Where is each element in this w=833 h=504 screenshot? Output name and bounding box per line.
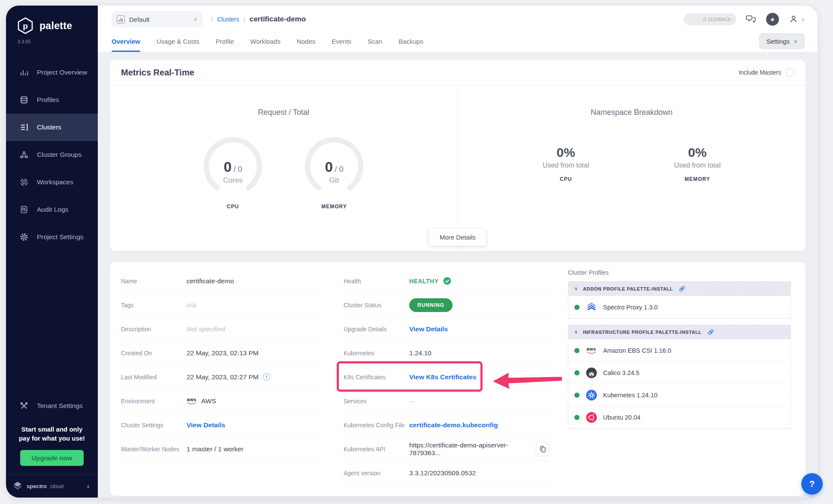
tab-backups[interactable]: Backups bbox=[398, 30, 423, 52]
infrastructure-profile-header[interactable]: ∨ INFRASTRUCTURE PROFILE PALETTE-INSTALL bbox=[568, 325, 791, 339]
detail-row-k8s-certificates: K8s Certificates View K8s Certificates bbox=[344, 365, 549, 389]
header-row-breadcrumb: Default ∨ / Clusters / certificate-demo … bbox=[98, 6, 818, 30]
sidebar-item-label: Audit Logs bbox=[37, 206, 68, 213]
status-green-dot bbox=[574, 348, 579, 353]
detail-row-kubernetes-api: Kubernetes API https://certificate-demo-… bbox=[344, 437, 549, 461]
include-masters-control: Include Masters bbox=[739, 69, 794, 77]
profile-item-ubuntu[interactable]: Ubuntu 20.04 bbox=[568, 406, 791, 428]
gauge-total: / 0 bbox=[335, 165, 343, 174]
detail-value: 1 master / 1 worker bbox=[187, 445, 244, 453]
user-icon bbox=[788, 14, 799, 24]
aws-logo-icon: aws bbox=[187, 397, 197, 405]
upgrade-now-button[interactable]: Upgrade now bbox=[20, 450, 83, 466]
chevron-down-icon: ∨ bbox=[574, 329, 578, 335]
sidebar-item-label: Project Overview bbox=[37, 69, 87, 76]
upgrade-view-details-link[interactable]: View Details bbox=[409, 325, 448, 333]
cluster-details-card: Name certificate-demo Tags n/a Descripti… bbox=[110, 262, 806, 496]
sidebar-item-clusters[interactable]: Clusters bbox=[6, 114, 98, 141]
kubernetes-icon bbox=[586, 389, 597, 401]
settings-button[interactable]: Settings ∨ bbox=[759, 33, 805, 49]
detail-value: 22 May, 2023, 02:27 PM i bbox=[187, 373, 270, 381]
tab-nodes[interactable]: Nodes bbox=[297, 30, 315, 52]
sidebar-item-cluster-groups[interactable]: Cluster Groups bbox=[6, 141, 98, 168]
profile-item-kubernetes[interactable]: Kubernetes 1.24.10 bbox=[568, 384, 791, 406]
metrics-realtime-card: Metrics Real-Time Include Masters Reques… bbox=[110, 60, 806, 251]
sidebar-item-profiles[interactable]: Profiles bbox=[6, 86, 98, 114]
help-button[interactable]: ? bbox=[801, 473, 823, 495]
sidebar-item-audit-logs[interactable]: Audit Logs bbox=[6, 196, 98, 223]
detail-row-master-worker: Master/Worker Nodes 1 master / 1 worker bbox=[121, 437, 326, 461]
copy-button[interactable] bbox=[536, 442, 549, 456]
gauge-unit: Cores bbox=[199, 176, 267, 185]
feedback-chat-button[interactable] bbox=[745, 14, 757, 24]
project-selector[interactable]: Default ∨ bbox=[112, 11, 202, 27]
info-icon[interactable]: i bbox=[263, 373, 270, 381]
sidebar-item-project-overview[interactable]: Project Overview bbox=[6, 59, 98, 86]
request-total-title: Request / Total bbox=[110, 108, 457, 117]
detail-value: 22 May, 2023, 02:13 PM bbox=[187, 349, 259, 357]
app-window: p palette 3.3.55 Project Overview Profil… bbox=[6, 6, 818, 498]
details-middle-column: Health HEALTHY Cluster Status RUNNING bbox=[344, 269, 549, 485]
profile-item-amazon-ebs-csi[interactable]: aws Amazon EBS CSI 1.16.0 bbox=[568, 339, 791, 361]
addon-profile-section: ∨ ADDON PROFILE PALETTE-INSTALL bbox=[568, 281, 791, 318]
sidebar-item-project-settings[interactable]: Project Settings bbox=[6, 223, 98, 251]
profile-item-name: Amazon EBS CSI 1.16.0 bbox=[603, 347, 671, 354]
settings-button-label: Settings bbox=[767, 38, 790, 45]
include-masters-checkbox[interactable] bbox=[786, 69, 794, 77]
chevron-down-icon: ∨ bbox=[801, 17, 805, 22]
detail-row-cluster-settings: Cluster Settings View Details bbox=[121, 413, 326, 437]
tab-scan[interactable]: Scan bbox=[368, 30, 382, 52]
detail-label: Kubernetes API bbox=[344, 446, 409, 453]
main-area: Default ∨ / Clusters / certificate-demo … bbox=[98, 6, 818, 498]
running-status-badge: RUNNING bbox=[409, 298, 453, 312]
gauge-request: 0 bbox=[325, 159, 333, 175]
breadcrumb-current: certificate-demo bbox=[250, 15, 306, 24]
gauge-caption: MEMORY bbox=[300, 204, 368, 210]
view-k8s-certificates-link[interactable]: View K8s Certificates bbox=[409, 373, 477, 381]
header-actions: 0.11/100kCh ★ ∨ bbox=[684, 13, 805, 26]
profile-item-calico[interactable]: Calico 3.24.5 bbox=[568, 361, 791, 384]
sidebar-item-tenant-settings[interactable]: Tenant Settings bbox=[6, 392, 98, 420]
breadcrumb-separator: / bbox=[211, 16, 213, 23]
kubeconfig-download-link[interactable]: certificate-demo.kubeconfig bbox=[409, 421, 498, 429]
more-details-button[interactable]: More Details bbox=[429, 229, 486, 246]
sidebar-item-workspaces[interactable]: Workspaces bbox=[6, 168, 98, 196]
profile-item-name: Kubernetes 1.24.10 bbox=[603, 392, 658, 399]
detail-row-cluster-status: Cluster Status RUNNING bbox=[344, 293, 549, 317]
sidebar-collapse-button[interactable]: ‹ bbox=[87, 483, 89, 490]
sidebar-item-label: Workspaces bbox=[37, 178, 73, 186]
namespace-percent: 0% bbox=[674, 145, 720, 160]
namespace-label: Used from total bbox=[543, 162, 589, 169]
cluster-settings-view-details-link[interactable]: View Details bbox=[187, 421, 225, 429]
status-green-dot bbox=[574, 305, 579, 310]
breadcrumb-clusters-link[interactable]: Clusters bbox=[217, 16, 239, 23]
tab-overview[interactable]: Overview bbox=[112, 30, 140, 52]
profile-item-name: Spectro Proxy 1.3.0 bbox=[603, 304, 658, 311]
user-menu[interactable]: ∨ bbox=[788, 14, 805, 24]
tab-profile[interactable]: Profile bbox=[216, 30, 234, 52]
gauge-value: 0 / 0 Gb bbox=[300, 159, 368, 185]
profile-item-spectro-proxy[interactable]: Spectro Proxy 1.3.0 bbox=[568, 296, 791, 318]
namespace-breakdown-title: Namespace Breakdown bbox=[458, 108, 806, 117]
detail-label: Upgrade Details bbox=[344, 326, 409, 333]
detail-value: – bbox=[409, 397, 413, 405]
breadcrumb: / Clusters / certificate-demo bbox=[211, 15, 306, 24]
chevron-down-icon: ∨ bbox=[794, 39, 797, 44]
addon-profile-header[interactable]: ∨ ADDON PROFILE PALETTE-INSTALL bbox=[568, 282, 791, 296]
tab-workloads[interactable]: Workloads bbox=[250, 30, 281, 52]
cluster-tabs: Overview Usage & Costs Profile Workloads… bbox=[112, 30, 423, 52]
copy-icon bbox=[540, 446, 546, 453]
sidebar-item-label: Tenant Settings bbox=[37, 402, 83, 410]
tab-usage-costs[interactable]: Usage & Costs bbox=[157, 30, 199, 52]
profile-item-name: Calico 3.24.5 bbox=[603, 369, 640, 376]
profile-section-title: INFRASTRUCTURE PROFILE PALETTE-INSTALL bbox=[583, 330, 702, 335]
layers-stack-icon bbox=[19, 95, 29, 105]
cluster-profiles-title: Cluster Profiles bbox=[568, 269, 791, 276]
notifications-button[interactable]: ★ bbox=[766, 13, 779, 26]
detail-row-environment: Environment aws AWS bbox=[121, 389, 326, 413]
palette-logo-icon: p bbox=[16, 17, 34, 35]
detail-label: Cluster Status bbox=[344, 302, 409, 309]
project-scope-icon bbox=[117, 15, 125, 24]
tab-events[interactable]: Events bbox=[332, 30, 351, 52]
palette-logo: p palette bbox=[6, 6, 98, 35]
